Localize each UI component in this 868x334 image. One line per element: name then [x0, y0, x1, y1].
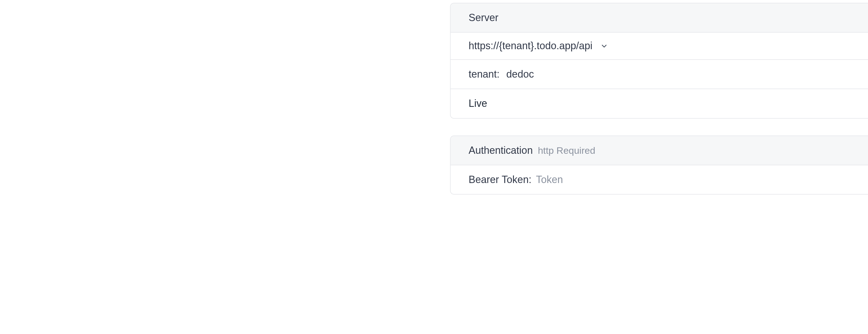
server-panel-header: Server [451, 3, 868, 33]
server-url-select[interactable]: https://{tenant}.todo.app/api [469, 39, 608, 53]
server-panel: Server https://{tenant}.todo.app/api ten… [450, 3, 868, 119]
bearer-token-row: Bearer Token: [451, 165, 868, 194]
server-mode-value: Live [469, 96, 487, 110]
bearer-token-label: Bearer Token: [469, 173, 531, 187]
server-url-row: https://{tenant}.todo.app/api [451, 33, 868, 60]
chevron-down-icon [600, 42, 608, 50]
server-variable-value[interactable]: dedoc [506, 67, 534, 81]
api-description-text: O. This is a REST API for . e no redunda… [0, 0, 163, 170]
authentication-panel-subtitle: http Required [538, 144, 595, 158]
server-variable-row: tenant: dedoc [451, 60, 868, 89]
authentication-panel-title: Authentication [469, 143, 533, 158]
server-url-value: https://{tenant}.todo.app/api [469, 39, 592, 53]
authentication-panel: Authentication http Required Bearer Toke… [450, 135, 868, 195]
server-panel-title: Server [469, 11, 498, 25]
server-variable-label: tenant: [469, 67, 499, 81]
bearer-token-input[interactable] [536, 173, 850, 187]
authentication-panel-header: Authentication http Required [451, 136, 868, 165]
server-mode-row: Live [451, 89, 868, 118]
